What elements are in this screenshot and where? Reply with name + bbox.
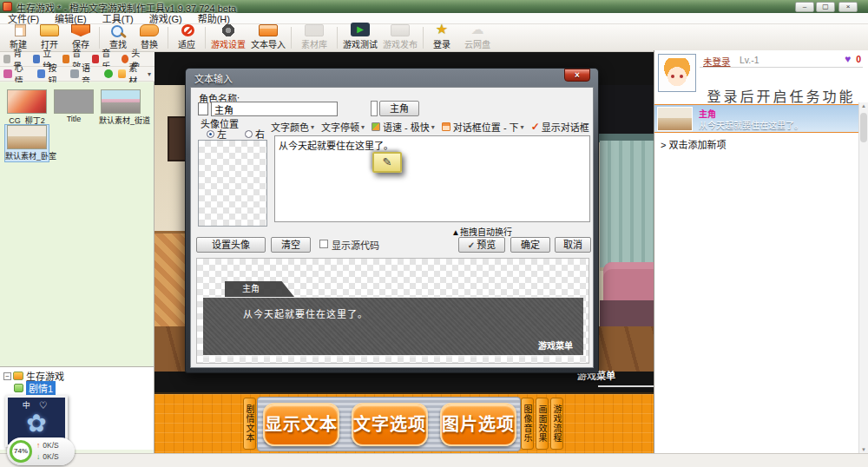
header-divider (700, 67, 863, 68)
script-list-item[interactable]: 主角 从今天起就要住在这里了。 (654, 104, 858, 133)
network-monitor-gadget[interactable]: 74% ↑0K/S ↓0K/S (7, 437, 75, 465)
name-color-swatch[interactable] (198, 102, 208, 115)
dialog-preview-pane: 主角 从今天起就要住在这里了。 游戏菜单 (196, 258, 589, 364)
play-test-icon: ▶ (351, 23, 370, 36)
tab-story-text[interactable]: 剧情文本 (243, 398, 256, 450)
scroll-up-icon[interactable]: ▲ (859, 103, 868, 109)
menu-edit[interactable]: 编辑(E) (47, 11, 95, 25)
show-text-button[interactable]: 显示文本 (263, 403, 339, 446)
save-icon (71, 24, 90, 36)
show-source-label: 显示源代码 (332, 238, 379, 252)
chevron-down-icon: ▾ (521, 123, 524, 131)
position-left-radio[interactable]: 左 (207, 127, 227, 141)
voice-bubble-icon (70, 69, 79, 78)
image-choice-button[interactable]: 图片选项 (440, 403, 516, 446)
text-choice-button[interactable]: 文字选项 (352, 403, 428, 446)
fit-button[interactable]: 适应 (171, 24, 202, 51)
speed-icon (372, 122, 380, 131)
tab-game-flow[interactable]: 游戏流程 (550, 398, 563, 450)
game-settings-button[interactable]: 游戏设置 (208, 24, 248, 51)
login-button[interactable]: ★登录 (426, 24, 457, 51)
asset-item-bedroom[interactable]: 默认素材_卧室 (5, 125, 49, 161)
login-task-banner: 登录后开启任务功能 (703, 85, 859, 106)
tree-node-row[interactable]: 剧情1 (2, 382, 152, 394)
user-avatar-box[interactable] (658, 54, 696, 92)
fit-icon (181, 24, 194, 36)
position-right-radio[interactable]: 右 (245, 127, 265, 141)
cancel-button[interactable]: 取消 (555, 237, 591, 253)
chapter-icon (14, 384, 23, 392)
login-link[interactable]: 未登录 (703, 55, 731, 68)
minimize-button[interactable]: – (795, 2, 814, 12)
speed-dropdown[interactable]: 语速 - 极快▾ (372, 120, 435, 134)
show-source-checkbox[interactable] (319, 240, 328, 248)
maximize-button[interactable]: ▢ (816, 2, 835, 12)
tab-image-music[interactable]: 图像音乐 (521, 398, 534, 450)
text-color-dropdown[interactable]: 文字颜色▾ (271, 120, 314, 134)
app-icon (3, 2, 12, 11)
quick-name-swatch[interactable] (371, 101, 378, 116)
dialog-title: 文本输入 (194, 71, 233, 85)
radio-selected-icon (207, 130, 214, 138)
chevron-down-icon: ▾ (148, 70, 151, 78)
preview-dialog-body: 从今天起就要住在这里了。 游戏菜单 (203, 297, 583, 356)
menu-file[interactable]: 文件(F) (0, 11, 47, 25)
toolbar-separator (291, 27, 292, 49)
ok-button[interactable]: 确定 (510, 237, 550, 253)
text-import-button[interactable]: 文本导入 (248, 24, 288, 51)
set-avatar-button[interactable]: 设置头像 (196, 237, 266, 253)
upload-speed: ↑0K/S (36, 441, 75, 450)
text-import-icon (259, 24, 278, 36)
library-icon (305, 24, 324, 36)
right-panel: 未登录 Lv.-1 ♥ 0 登录后开启任务功能 主角 从今天起就要住在这里了。 … (654, 50, 868, 453)
show-dialog-box-toggle[interactable]: ✓显示对话框 (531, 120, 589, 134)
scroll-down-icon[interactable]: ▼ (859, 447, 868, 452)
close-button[interactable]: × (838, 2, 858, 12)
dialog-close-button[interactable]: × (564, 69, 590, 82)
menu-help[interactable]: 帮助(H) (190, 11, 238, 25)
button-icon (37, 69, 46, 78)
asset-item-street[interactable]: 默认素材_街道 (99, 89, 142, 126)
game-publish-button: 游戏发布 (380, 24, 420, 51)
dialog-text-area[interactable]: 从今天起就要住在这里了。 ✎ (274, 135, 590, 222)
dialog-box-edge (598, 385, 654, 387)
chat-icon[interactable] (104, 69, 113, 78)
cloud-drive-button: ☁云网盘 (457, 24, 497, 51)
menu-tools[interactable]: 工具(T) (95, 11, 141, 25)
asset-thumbnail (7, 89, 47, 114)
toolbar-separator (168, 27, 168, 49)
add-new-item[interactable]: > 双击添加新项 (661, 137, 727, 151)
character-name-input[interactable] (211, 102, 338, 116)
check-icon: ✓ (531, 121, 540, 133)
radio-icon (245, 130, 253, 138)
scrollbar-thumb[interactable] (860, 113, 867, 142)
star-icon: ★ (432, 22, 451, 36)
mood-bubble-icon (3, 69, 12, 78)
material-folder-icon (118, 69, 127, 78)
dialog-toolbar: 文字颜色▾ 文字停顿▾ 语速 - 极快▾ 对话框位置 - 下▾ ✓显示对话框 (267, 120, 589, 134)
toolbar-separator (205, 27, 206, 49)
tab-screen-effects[interactable]: 画面效果 (536, 398, 549, 450)
game-test-button[interactable]: ▶游戏测试 (340, 24, 380, 51)
asset-item-cg[interactable]: CG_柳丁2 (5, 89, 49, 126)
dialog-position-dropdown[interactable]: 对话框位置 - 下▾ (442, 120, 524, 134)
heart-icon: ♥ (845, 53, 851, 65)
add-arrow: > (661, 140, 666, 150)
list-scrollbar[interactable]: ▲ ▼ (858, 102, 868, 453)
tree-root-row[interactable]: − 生存游戏 (2, 370, 152, 382)
dialog-body: 角色名称: 主角 头像位置 左 右 文字颜色▾ 文字停顿▾ 语速 - 极快▾ 对… (190, 87, 594, 368)
menu-game[interactable]: 游戏(G) (141, 11, 190, 25)
clear-button[interactable]: 清空 (271, 237, 311, 253)
chevron-down-icon: ▾ (361, 123, 365, 131)
publish-monitor-icon (391, 24, 410, 36)
user-level: Lv.-1 (740, 55, 760, 65)
edit-note-icon: ✎ (372, 152, 402, 173)
text-pause-dropdown[interactable]: 文字停顿▾ (321, 120, 365, 134)
tree-collapse-icon[interactable]: − (3, 372, 11, 380)
preview-button[interactable]: ✓预览 (458, 237, 505, 253)
preview-dialog-text: 从今天起就要住在这里了。 (243, 306, 368, 320)
asset-thumbnail (7, 125, 47, 149)
asset-item-title[interactable]: Title (52, 89, 95, 123)
quick-name-button[interactable]: 主角 (379, 101, 419, 116)
search-icon (108, 24, 128, 36)
